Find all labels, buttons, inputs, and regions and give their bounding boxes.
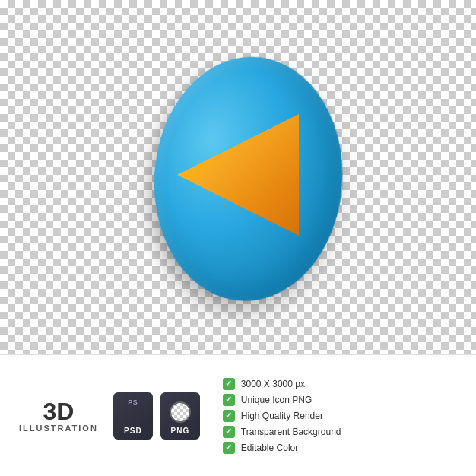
png-circle-icon bbox=[170, 401, 191, 423]
check-mark-transparent: ✓ bbox=[225, 427, 232, 436]
label-3d: 3D ILLUSTRATION bbox=[19, 399, 98, 433]
png-bottom-label: PNG bbox=[171, 427, 190, 435]
check-box-resolution: ✓ bbox=[223, 378, 235, 390]
check-box-hq: ✓ bbox=[223, 410, 235, 422]
feature-text-hq: High Quality Render bbox=[241, 411, 323, 421]
check-mark-unique: ✓ bbox=[225, 395, 232, 405]
shield-scene bbox=[124, 30, 352, 319]
check-mark-hq: ✓ bbox=[225, 411, 232, 420]
file-icons: PS PSD PNG bbox=[113, 392, 200, 440]
label-3d-main: 3D bbox=[43, 399, 74, 424]
ps-top-label: PS bbox=[128, 398, 138, 406]
main-container: 3D ILLUSTRATION PS PSD PNG ✓ 3000 X 3000… bbox=[0, 0, 476, 476]
info-section: 3D ILLUSTRATION PS PSD PNG ✓ 3000 X 3000… bbox=[0, 354, 476, 476]
feature-item-hq: ✓ High Quality Render bbox=[223, 410, 457, 422]
feature-text-editable: Editable Color bbox=[241, 443, 298, 453]
feature-item-editable: ✓ Editable Color bbox=[223, 442, 457, 454]
icon-area bbox=[109, 15, 367, 335]
feature-text-resolution: 3000 X 3000 px bbox=[241, 379, 305, 389]
features-list: ✓ 3000 X 3000 px ✓ Unique Icon PNG ✓ Hig… bbox=[223, 378, 457, 454]
feature-item-transparent: ✓ Transparent Background bbox=[223, 426, 457, 438]
check-box-editable: ✓ bbox=[223, 442, 235, 454]
feature-item-resolution: ✓ 3000 X 3000 px bbox=[223, 378, 457, 390]
check-mark-resolution: ✓ bbox=[225, 379, 232, 389]
ps-bottom-label: PSD bbox=[124, 427, 142, 435]
feature-text-transparent: Transparent Background bbox=[241, 427, 341, 437]
file-icon-png: PNG bbox=[160, 392, 200, 440]
label-3d-sub: ILLUSTRATION bbox=[19, 424, 98, 433]
file-icon-ps: PS PSD bbox=[113, 392, 153, 440]
check-box-transparent: ✓ bbox=[223, 426, 235, 438]
feature-item-unique: ✓ Unique Icon PNG bbox=[223, 394, 457, 406]
feature-text-unique: Unique Icon PNG bbox=[241, 395, 312, 405]
check-box-unique: ✓ bbox=[223, 394, 235, 406]
check-mark-editable: ✓ bbox=[225, 443, 232, 452]
